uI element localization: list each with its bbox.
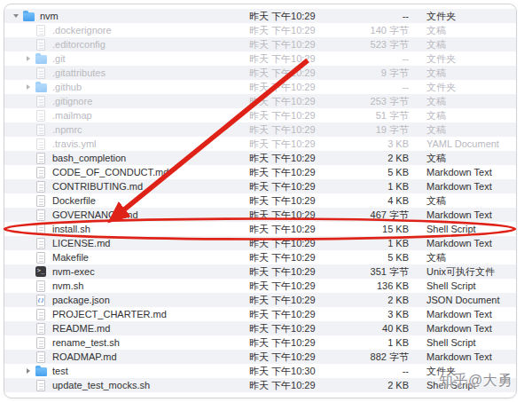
file-size: 40 KB xyxy=(342,323,409,334)
disclosure-triangle-icon[interactable] xyxy=(22,179,34,193)
file-row[interactable]: README.md 昨天 下午10:29 40 KB Markdown Text xyxy=(4,321,516,335)
file-row[interactable]: CONTRIBUTING.md 昨天 下午10:29 1 KB Markdown… xyxy=(4,179,516,193)
file-row[interactable]: .npmrc 昨天 下午10:29 19 字节 文稿 xyxy=(4,122,516,137)
file-date-modified: 昨天 下午10:29 xyxy=(249,251,342,264)
disclosure-triangle-icon[interactable] xyxy=(10,9,21,23)
file-row[interactable]: nvm.sh 昨天 下午10:29 136 KB Shell Script xyxy=(4,279,516,293)
file-row[interactable]: .github 昨天 下午10:29 -- 文件夹 xyxy=(4,80,516,94)
disclosure-triangle-icon[interactable] xyxy=(22,321,34,335)
disclosure-triangle-icon[interactable] xyxy=(22,108,34,122)
file-kind: 文稿 xyxy=(409,38,511,51)
file-size: -- xyxy=(342,11,409,21)
file-type-icon xyxy=(34,307,48,321)
file-type-icon xyxy=(34,293,48,307)
disclosure-triangle-icon[interactable] xyxy=(22,37,34,51)
file-size: 351 字节 xyxy=(342,265,409,279)
file-date-modified: 昨天 下午10:29 xyxy=(249,351,342,364)
disclosure-triangle-icon[interactable] xyxy=(22,264,34,279)
disclosure-triangle-icon[interactable] xyxy=(22,66,34,80)
file-date-modified: 昨天 下午10:29 xyxy=(249,322,342,335)
file-name: .gitignore xyxy=(52,96,249,106)
file-name: CONTRIBUTING.md xyxy=(52,181,249,192)
file-size: 2 KB xyxy=(342,153,409,163)
file-row[interactable]: .gitattributes 昨天 下午10:29 9 字节 文稿 xyxy=(4,66,516,80)
file-type-icon xyxy=(34,51,48,66)
file-row[interactable]: PROJECT_CHARTER.md 昨天 下午10:29 3 KB Markd… xyxy=(4,307,516,321)
file-row[interactable]: bash_completion 昨天 下午10:29 2 KB 文稿 xyxy=(4,151,516,165)
file-name: package.json xyxy=(52,295,249,305)
disclosure-triangle-icon[interactable] xyxy=(22,51,34,66)
file-row[interactable]: .gitignore 昨天 下午10:29 253 字节 文稿 xyxy=(4,94,516,108)
disclosure-triangle-icon[interactable] xyxy=(22,293,34,307)
file-size: 1 KB xyxy=(342,181,409,192)
watermark: 知乎@大勇 xyxy=(439,372,512,390)
file-date-modified: 昨天 下午10:29 xyxy=(249,237,342,250)
file-type-icon xyxy=(34,279,48,293)
file-name: ROADMAP.md xyxy=(52,351,249,362)
file-name: .editorconfig xyxy=(52,39,249,50)
disclosure-triangle-icon[interactable] xyxy=(22,122,34,137)
file-kind: 文件夹 xyxy=(409,81,511,94)
file-size: 15 KB xyxy=(342,224,409,234)
disclosure-triangle-icon[interactable] xyxy=(22,165,34,179)
disclosure-triangle-icon[interactable] xyxy=(22,222,34,236)
disclosure-triangle-icon[interactable] xyxy=(22,250,34,264)
file-kind: 文稿 xyxy=(409,123,511,137)
file-name: bash_completion xyxy=(52,153,249,163)
file-row[interactable]: install.sh 昨天 下午10:29 15 KB Shell Script xyxy=(4,222,516,236)
disclosure-triangle-icon[interactable] xyxy=(22,137,34,151)
disclosure-triangle-icon[interactable] xyxy=(22,279,34,293)
file-row[interactable]: Makefile 昨天 下午10:29 5 KB 文稿 xyxy=(4,250,516,264)
file-row[interactable]: rename_test.sh 昨天 下午10:29 1 KB Shell Scr… xyxy=(4,335,516,350)
file-row[interactable]: GOVERNANCE.md 昨天 下午10:29 467 字节 Markdown… xyxy=(4,208,516,222)
disclosure-triangle-icon[interactable] xyxy=(22,193,34,208)
disclosure-triangle-icon[interactable] xyxy=(22,151,34,165)
file-name: CODE_OF_CONDUCT.md xyxy=(52,167,249,177)
disclosure-triangle-icon[interactable] xyxy=(22,23,34,37)
file-row[interactable]: nvm-exec 昨天 下午10:29 351 字节 Unix可执行文件 xyxy=(4,264,516,279)
disclosure-triangle-icon[interactable] xyxy=(22,94,34,108)
file-kind: Markdown Text xyxy=(409,167,511,177)
file-row[interactable]: .travis.yml 昨天 下午10:29 3 KB YAML Documen… xyxy=(4,137,516,151)
file-row[interactable]: .editorconfig 昨天 下午10:29 523 字节 文稿 xyxy=(4,37,516,51)
file-date-modified: 昨天 下午10:29 xyxy=(249,166,342,179)
disclosure-triangle-icon[interactable] xyxy=(22,80,34,94)
file-name: PROJECT_CHARTER.md xyxy=(52,309,249,319)
file-name: update_test_mocks.sh xyxy=(52,380,249,390)
file-kind: Markdown Text xyxy=(409,181,511,192)
file-row[interactable]: LICENSE.md 昨天 下午10:29 1 KB Markdown Text xyxy=(4,236,516,250)
disclosure-triangle-icon[interactable] xyxy=(22,307,34,321)
file-date-modified: 昨天 下午10:29 xyxy=(249,38,342,51)
file-name: .gitattributes xyxy=(52,67,249,78)
file-row[interactable]: CODE_OF_CONDUCT.md 昨天 下午10:29 5 KB Markd… xyxy=(4,165,516,179)
file-type-icon xyxy=(34,236,48,250)
file-date-modified: 昨天 下午10:29 xyxy=(249,52,342,66)
file-date-modified: 昨天 下午10:29 xyxy=(249,194,342,208)
file-row[interactable]: .mailmap 昨天 下午10:29 51 字节 文稿 xyxy=(4,108,516,122)
file-size: -- xyxy=(342,366,409,376)
file-date-modified: 昨天 下午10:29 xyxy=(249,308,342,321)
file-row[interactable]: nvm 昨天 下午10:29 -- 文件夹 xyxy=(4,9,516,23)
file-size: 3 KB xyxy=(342,138,409,149)
disclosure-triangle-icon[interactable] xyxy=(22,236,34,250)
disclosure-triangle-icon[interactable] xyxy=(22,335,34,350)
disclosure-triangle-icon[interactable] xyxy=(22,208,34,222)
file-row[interactable]: ROADMAP.md 昨天 下午10:29 882 字节 Markdown Te… xyxy=(4,350,516,364)
file-row[interactable]: package.json 昨天 下午10:29 2 KB JSON Docume… xyxy=(4,293,516,307)
file-type-icon xyxy=(34,37,48,51)
file-size: 1 KB xyxy=(342,337,409,348)
disclosure-triangle-icon[interactable] xyxy=(22,378,34,392)
file-row[interactable]: .dockerignore 昨天 下午10:29 140 字节 文稿 xyxy=(4,23,516,37)
file-name: .dockerignore xyxy=(52,25,249,35)
disclosure-triangle-icon[interactable] xyxy=(22,350,34,364)
file-type-icon xyxy=(34,335,48,350)
file-type-icon xyxy=(34,193,48,208)
file-kind: Markdown Text xyxy=(409,351,511,362)
file-row[interactable]: .git 昨天 下午10:29 -- 文件夹 xyxy=(4,51,516,66)
finder-window: nvm 昨天 下午10:29 -- 文件夹 .dockerignore 昨天 下… xyxy=(4,4,517,398)
disclosure-triangle-icon[interactable] xyxy=(22,364,34,378)
file-row[interactable]: Dockerfile 昨天 下午10:29 4 KB 文稿 xyxy=(4,193,516,208)
file-size: 19 字节 xyxy=(342,123,409,137)
file-date-modified: 昨天 下午10:29 xyxy=(249,109,342,122)
file-type-icon xyxy=(34,179,48,193)
